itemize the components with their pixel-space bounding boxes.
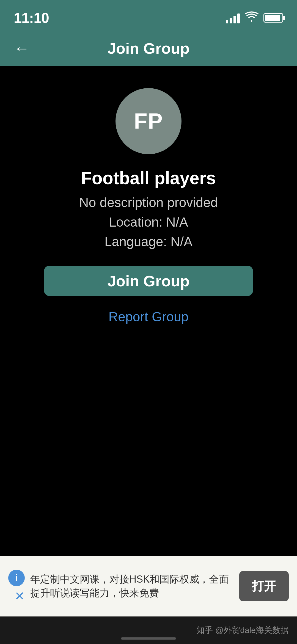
bottom-bar: 知乎 @外贸dale海关数据 bbox=[0, 616, 297, 644]
join-group-button[interactable]: Join Group bbox=[44, 266, 253, 296]
group-location: Location: N/A bbox=[109, 214, 188, 230]
battery-icon bbox=[263, 13, 283, 23]
ad-info-icon: i bbox=[8, 570, 25, 586]
wifi-icon bbox=[245, 11, 258, 25]
status-icons bbox=[226, 11, 283, 25]
bottom-source: 知乎 @外贸dale海关数据 bbox=[196, 625, 289, 636]
ad-open-button[interactable]: 打开 bbox=[239, 571, 289, 601]
main-content: FP Football players No description provi… bbox=[0, 66, 297, 324]
group-language: Language: N/A bbox=[105, 234, 193, 249]
back-button[interactable]: ← bbox=[14, 40, 30, 56]
group-name: Football players bbox=[81, 168, 216, 188]
group-avatar: FP bbox=[116, 88, 182, 154]
signal-icon bbox=[226, 12, 240, 23]
status-time: 11:10 bbox=[14, 10, 49, 26]
status-bar: 11:10 bbox=[0, 0, 297, 30]
home-indicator bbox=[121, 637, 176, 640]
ad-text: 年定制中文网课，对接HSK和国际权威，全面提升听说读写能力，快来免费 bbox=[30, 572, 234, 600]
ad-text-area: 年定制中文网课，对接HSK和国际权威，全面提升听说读写能力，快来免费 bbox=[30, 572, 234, 600]
nav-title: Join Group bbox=[108, 39, 190, 57]
ad-banner: i ✕ 年定制中文网课，对接HSK和国际权威，全面提升听说读写能力，快来免费 打… bbox=[0, 556, 297, 616]
ad-close-button[interactable]: ✕ bbox=[15, 589, 25, 603]
nav-bar: ← Join Group bbox=[0, 30, 297, 66]
avatar-initials: FP bbox=[134, 108, 163, 134]
group-description: No description provided bbox=[79, 195, 218, 210]
report-group-link[interactable]: Report Group bbox=[109, 309, 189, 324]
